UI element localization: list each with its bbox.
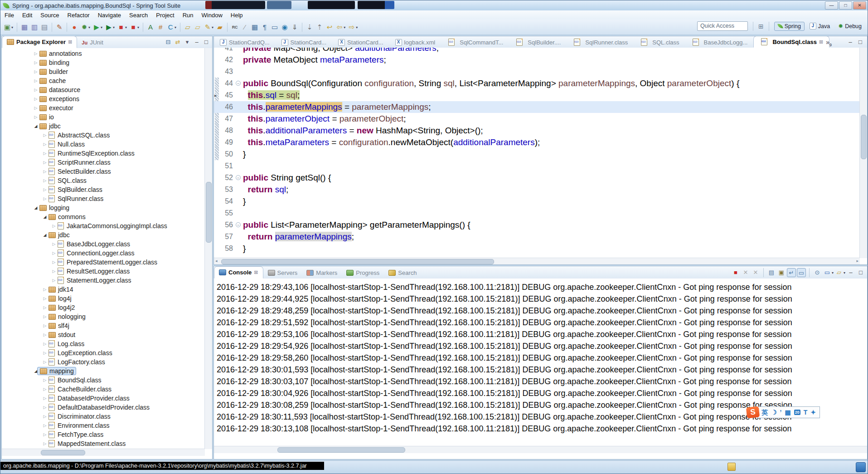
tree-item-builder[interactable]: ▷builder — [2, 67, 205, 76]
dropdown-arrow-icon[interactable]: ▾ — [101, 25, 102, 29]
maximize-view-icon[interactable]: □ — [856, 38, 864, 46]
user-level-badge-icon[interactable]: 20 — [794, 410, 800, 415]
expand-arrow-icon[interactable]: ▷ — [43, 323, 47, 328]
tree-item-selectbuilder-class[interactable]: ▷SelectBuilder.class — [2, 167, 205, 176]
save-all-icon[interactable]: ▥ — [30, 22, 39, 32]
perspective-java[interactable]: JJava — [806, 22, 833, 30]
expand-arrow-icon[interactable]: ▷ — [43, 169, 47, 174]
view-tab-package-explorer[interactable]: Package Explorer⊠ — [2, 36, 77, 48]
expand-arrow-icon[interactable]: ▷ — [43, 287, 47, 292]
table-icon[interactable]: ▦ — [250, 22, 259, 32]
word-wrap-icon[interactable]: ↵ — [787, 268, 796, 277]
tree-item-io[interactable]: ▷io — [2, 112, 205, 122]
tree-item-jdbc[interactable]: ◢jdbc — [2, 122, 205, 131]
dropdown-arrow-icon[interactable]: ▾ — [844, 271, 845, 275]
highlighter-icon[interactable]: ✎▾ — [203, 22, 214, 32]
sogou-ime-bar[interactable]: S 英☽’▦20T✦ — [747, 406, 820, 418]
expand-arrow-icon[interactable]: ▷ — [34, 115, 38, 119]
remove-launch-icon[interactable]: ✕ — [741, 268, 750, 277]
expand-arrow-icon[interactable]: ▷ — [43, 133, 47, 137]
tree-item-log-class[interactable]: ▷Log.class — [2, 339, 205, 348]
tree-item-log4j2[interactable]: ▷log4j2 — [2, 303, 205, 312]
tree-item-cache[interactable]: ▷cache — [2, 76, 205, 85]
tree-item-connectionlogger-class[interactable]: ▷ConnectionLogger.class — [2, 249, 205, 258]
tree-item-defaultdatabaseidprovider-class[interactable]: ▷DefaultDatabaseIdProvider.class — [2, 403, 205, 412]
title-bar[interactable]: Spring - org.apache.ibatis.mapping.Bound… — [0, 0, 868, 10]
prev-annotation-icon[interactable]: ⇡ — [315, 22, 324, 32]
console-log[interactable]: 2016-12-29 18:29:43,106 [localhost-start… — [214, 279, 867, 446]
scrollbar-thumb[interactable] — [41, 450, 85, 455]
expand-arrow-icon[interactable]: ▷ — [43, 405, 47, 410]
tree-item-log4j[interactable]: ▷log4j — [2, 294, 205, 303]
tree-item-exceptions[interactable]: ▷exceptions — [2, 94, 205, 103]
collapse-arrow-icon[interactable]: ◢ — [34, 205, 38, 210]
view-tab-progress[interactable]: Progress — [342, 267, 384, 279]
expand-arrow-icon[interactable]: ▷ — [43, 396, 47, 401]
expand-arrow-icon[interactable]: ▷ — [43, 432, 47, 437]
editor-tab-basejdbclogg-[interactable]: BaseJdbcLogg... — [685, 37, 754, 48]
tree-item-null-class[interactable]: ▷Null.class — [2, 140, 205, 149]
corner-tray-icon[interactable] — [856, 462, 866, 472]
explorer-horizontal-scrollbar[interactable] — [2, 449, 205, 456]
chinese-english-mode-icon[interactable]: 英 — [761, 407, 768, 418]
dropdown-arrow-icon[interactable]: ▾ — [137, 25, 139, 29]
minimize-view-icon[interactable]: – — [193, 38, 201, 46]
expand-arrow-icon[interactable]: ▷ — [34, 69, 38, 74]
menu-file[interactable]: File — [0, 12, 18, 19]
expand-arrow-icon[interactable]: ▷ — [34, 106, 38, 110]
expand-arrow-icon[interactable]: ▷ — [43, 314, 47, 319]
pin-console-icon[interactable]: ⊙ — [813, 268, 822, 277]
scroll-lock-icon[interactable]: ▣ — [777, 268, 786, 277]
new-class-icon[interactable]: A — [146, 22, 155, 32]
close-button[interactable]: ✕ — [853, 1, 866, 10]
quick-access-button[interactable]: Quick Access — [697, 21, 748, 31]
code-editor[interactable]: 41private Map<String, Object> additional… — [214, 48, 860, 259]
scroll-left-icon[interactable]: ◂ — [215, 259, 218, 263]
console-horizontal-scrollbar[interactable] — [214, 446, 867, 453]
pencil-slash-icon[interactable]: ✎ — [55, 22, 64, 32]
editor-tab-stationcard-[interactable]: XStationCard... — [332, 37, 389, 48]
fold-collapse-icon[interactable]: − — [236, 222, 241, 227]
tree-item-jdbc[interactable]: ◢jdbc — [2, 230, 205, 239]
close-tab-icon[interactable]: ⊠ — [68, 39, 72, 45]
tree-item-commons[interactable]: ◢commons — [2, 212, 205, 221]
tree-item-logexception-class[interactable]: ▷LogException.class — [2, 348, 205, 357]
debug-icon[interactable]: ✹▾ — [80, 22, 91, 32]
expand-arrow-icon[interactable]: ▷ — [52, 260, 56, 264]
editor-tab-sqlbuilder-[interactable]: SqlBuilder.... — [509, 37, 567, 48]
tree-item-fetchtype-class[interactable]: ▷FetchType.class — [2, 430, 205, 439]
soft-keyboard-icon[interactable]: ▦ — [785, 407, 790, 418]
tree-item-cachebuilder-class[interactable]: ▷CacheBuilder.class — [2, 385, 205, 394]
tree-item-nologging[interactable]: ▷nologging — [2, 312, 205, 321]
menu-help[interactable]: Help — [227, 12, 247, 19]
pilcrow-icon[interactable]: ¶ — [260, 22, 269, 32]
expand-arrow-icon[interactable]: ▷ — [52, 224, 56, 228]
scrollbar-thumb[interactable] — [277, 447, 405, 453]
expand-arrow-icon[interactable]: ▷ — [43, 387, 47, 391]
run-history-icon[interactable]: ▶▾ — [104, 22, 116, 32]
tree-item-slf4j[interactable]: ▷slf4j — [2, 321, 205, 330]
collapse-all-icon[interactable]: ⊟ — [164, 38, 172, 46]
expand-arrow-icon[interactable]: ▷ — [34, 88, 38, 92]
remove-all-launches-icon[interactable]: ✕ — [751, 268, 760, 277]
view-tab-console[interactable]: Console⊠ — [214, 266, 263, 279]
expand-arrow-icon[interactable]: ▷ — [43, 441, 47, 446]
display-selected-console-icon[interactable]: ▭ — [823, 268, 832, 277]
editor-tab-logback-xml[interactable]: Xlogback.xml — [389, 37, 441, 48]
tree-item-stdout[interactable]: ▷stdout — [2, 330, 205, 339]
expand-arrow-icon[interactable]: ▷ — [52, 278, 56, 283]
tree-item-databaseidprovider-class[interactable]: ▷DatabaseIdProvider.class — [2, 394, 205, 403]
settings-wrench-icon[interactable]: ✦ — [810, 407, 816, 418]
expand-arrow-icon[interactable]: ▷ — [52, 251, 56, 255]
expand-arrow-icon[interactable]: ▷ — [43, 151, 47, 156]
view-tab-markers[interactable]: Markers — [302, 267, 342, 279]
tree-item-basejdbclogger-class[interactable]: ▷BaseJdbcLogger.class — [2, 239, 205, 249]
minimize-view-icon[interactable]: – — [846, 38, 854, 46]
tree-item-resultsetlogger-class[interactable]: ▷ResultSetLogger.class — [2, 267, 205, 276]
close-tab-icon[interactable]: ⊠ — [254, 269, 258, 275]
open-type-icon[interactable]: C▾ — [166, 22, 177, 32]
tree-item-sqlbuilder-class[interactable]: ▷SqlBuilder.class — [2, 185, 205, 194]
expand-arrow-icon[interactable]: ▷ — [43, 423, 47, 428]
collapse-arrow-icon[interactable]: ◢ — [34, 124, 38, 128]
expand-arrow-icon[interactable]: ▷ — [43, 187, 47, 192]
